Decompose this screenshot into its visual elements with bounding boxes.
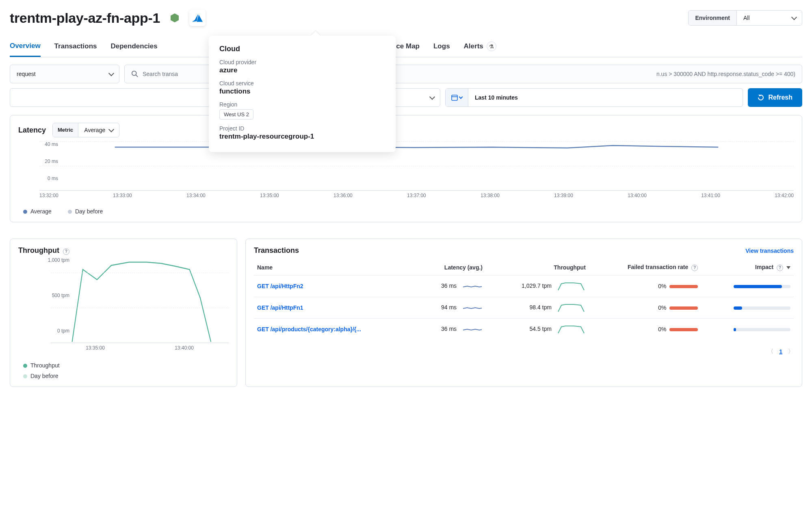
view-transactions-link[interactable]: View transactions [745,248,794,254]
beaker-icon: ⚗ [487,41,496,51]
metric-value[interactable]: Average [78,123,119,137]
tab-dependencies[interactable]: Dependencies [110,37,157,56]
failed-cell: 0% [589,297,701,318]
page-prev[interactable]: 〈 [768,348,773,355]
pagination: 〈 1 〉 [254,348,794,355]
popover-title: Cloud [219,45,385,53]
latency-xaxis: 13:32:0013:33:0013:34:0013:35:0013:36:00… [39,193,794,198]
filter-bar-2: Last 10 minutes Refresh [10,88,802,107]
page-current[interactable]: 1 [779,348,782,355]
throughput-xaxis: 13:35:0013:40:00 [51,345,229,351]
col-failed[interactable]: Failed transaction rate ? [589,260,701,275]
latency-cell: 36 ms [416,318,486,340]
table-row[interactable]: GET /api/products/{category:alpha}/{...3… [254,318,794,340]
svg-rect-3 [452,95,457,100]
date-picker[interactable]: Last 10 minutes [445,88,743,107]
transaction-type-select[interactable]: request [10,65,119,83]
cloud-provider-value: azure [219,66,385,74]
nav-tabs: Overview Transactions Dependencies ⚗ Ser… [10,36,802,57]
info-icon: ? [777,265,783,271]
ytick: 20 ms [45,159,58,164]
filter-bar: request Search transa n.us > 300000 AND … [10,65,802,83]
svg-line-2 [136,75,138,77]
svg-point-1 [132,71,136,76]
azure-icon[interactable] [189,10,206,26]
ytick: 40 ms [45,141,58,147]
info-icon: ? [691,265,698,271]
cloud-popover: Cloud Cloud provider azure Cloud service… [209,36,396,152]
nodejs-icon[interactable] [167,10,183,26]
transaction-name-link[interactable]: GET /api/products/{category:alpha}/{... [257,326,361,332]
search-query-tail: n.us > 300000 AND http.response.status_c… [656,71,795,77]
sort-desc-icon [786,266,790,269]
throughput-panel: Throughput ? 1,000 tpm 500 tpm 0 tpm [10,239,237,387]
col-throughput[interactable]: Throughput [486,260,589,275]
failed-cell: 0% [589,275,701,297]
cloud-service-label: Cloud service [219,80,385,87]
metric-selector[interactable]: Metric Average [52,123,119,137]
throughput-chart[interactable]: 1,000 tpm 500 tpm 0 tpm [39,257,229,343]
environment-selector[interactable]: Environment All [688,10,802,26]
cloud-service-value: functions [219,87,385,96]
tab-logs[interactable]: Logs [433,37,450,56]
col-impact[interactable]: Impact ? [701,260,794,275]
latency-cell: 94 ms [416,297,486,318]
latency-chart[interactable]: 40 ms 20 ms 0 ms [39,141,794,190]
cloud-provider-label: Cloud provider [219,59,385,65]
transactions-table: Name Latency (avg.) Throughput Failed tr… [254,260,794,340]
impact-cell [701,275,794,297]
col-name[interactable]: Name [254,260,416,275]
transactions-panel: Transactions View transactions Name Late… [245,239,802,387]
search-icon [131,70,139,78]
impact-cell [701,297,794,318]
latency-panel: Latency Metric Average 40 ms 20 ms 0 ms … [10,115,802,222]
throughput-legend: Throughput Day before [23,362,229,379]
legend-day-before[interactable]: Day before [68,208,103,215]
throughput-cell: 54.5 tpm [486,318,589,340]
table-row[interactable]: GET /api/HttpFn194 ms 98.4 tpm 0% [254,297,794,318]
tab-alerts[interactable]: Alerts⚗ [464,36,496,57]
page-next[interactable]: 〉 [788,348,794,355]
search-placeholder: Search transa [143,71,178,77]
service-title: trentm-play-az-fn-app-1 [10,10,160,26]
failed-cell: 0% [589,318,701,340]
tab-overview[interactable]: Overview [10,36,41,57]
environment-value[interactable]: All [737,11,802,25]
transactions-title: Transactions [254,246,299,255]
metric-label: Metric [53,123,78,137]
col-latency[interactable]: Latency (avg.) [416,260,486,275]
transaction-name-link[interactable]: GET /api/HttpFn1 [257,304,303,311]
throughput-title: Throughput ? [18,246,229,255]
latency-legend: Average Day before [23,208,794,215]
legend-average[interactable]: Average [23,208,52,215]
project-id-value: trentm-play-resourcegroup-1 [219,133,385,141]
legend-throughput[interactable]: Throughput [23,362,229,369]
throughput-cell: 1,029.7 tpm [486,275,589,297]
region-badge[interactable]: West US 2 [219,109,253,119]
info-icon[interactable]: ? [63,248,69,255]
environment-label: Environment [689,11,737,25]
page-header: trentm-play-az-fn-app-1 Environment All … [10,10,802,26]
latency-title: Latency [18,126,46,135]
svg-marker-0 [171,13,179,22]
throughput-cell: 98.4 tpm [486,297,589,318]
refresh-icon [758,94,764,101]
impact-cell [701,318,794,340]
table-row[interactable]: GET /api/HttpFn236 ms 1,029.7 tpm 0% [254,275,794,297]
refresh-button[interactable]: Refresh [748,88,802,107]
calendar-icon[interactable] [446,89,468,106]
transaction-name-link[interactable]: GET /api/HttpFn2 [257,283,303,289]
date-range-value: Last 10 minutes [468,94,524,101]
legend-day-before[interactable]: Day before [23,373,229,379]
ytick: 0 ms [48,176,58,181]
project-id-label: Project ID [219,125,385,132]
latency-cell: 36 ms [416,275,486,297]
tab-transactions[interactable]: Transactions [54,37,97,56]
region-label: Region [219,101,385,108]
